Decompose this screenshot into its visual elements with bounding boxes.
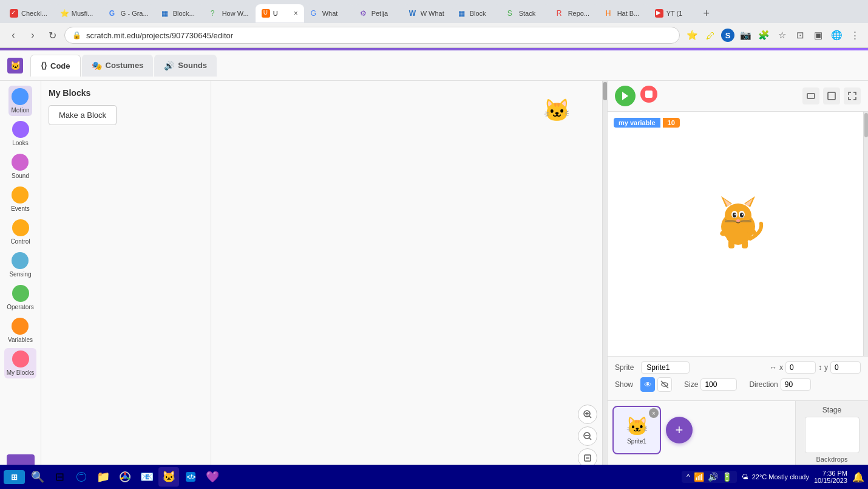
sound-circle [12,154,29,171]
tab-repo[interactable]: R Repo... [551,4,599,22]
sprite-delete-button[interactable]: × [649,408,659,418]
show-label: Show [615,380,633,389]
tab-musfi[interactable]: ⭐ Musfi... [54,4,103,22]
taskbar-vscode-icon[interactable]: </> [180,467,201,487]
stage-scroll-thumb[interactable] [864,113,868,137]
extension-icon[interactable]: 🧩 [756,28,771,43]
sprite-info-bar: Sprite ↔ x ↕ y Show 👁 [608,356,868,400]
add-sprite-button[interactable]: + [666,417,693,443]
toolbar-icons: ⭐ 🖊 S 📷 🧩 ☆ ⊡ ▣ 🌐 ⋮ [685,28,862,43]
x-coordinate-input[interactable] [785,361,816,374]
show-hidden-button[interactable] [657,377,672,392]
looks-label: Looks [12,140,29,146]
forward-button[interactable]: › [25,28,40,43]
sidebar-item-looks[interactable]: Looks [10,118,32,149]
show-visible-button[interactable]: 👁 [640,377,655,392]
tab-favicon: ✓ [10,9,18,18]
sidebar-toggle-icon[interactable]: ▣ [811,28,826,43]
tab-label: Block... [173,10,195,17]
code-canvas[interactable]: 🐱 [211,81,607,489]
taskbar-search-icon[interactable]: 🔍 [27,467,48,487]
tab-hatb[interactable]: H Hat B... [600,4,648,22]
taskbar-chrome-icon[interactable] [115,467,135,487]
fullscreen-button[interactable] [844,87,861,104]
tab-google[interactable]: G G - Gra... [103,4,155,22]
stage-scrollbar[interactable] [863,112,868,356]
tab-checklist[interactable]: ✓ Checkl... [4,4,53,22]
tab-favicon: U [262,9,270,18]
sprite-show-row: Show 👁 Size [615,377,861,392]
sidebar-item-sound[interactable]: Sound [9,151,32,182]
zoom-out-button[interactable] [578,426,597,446]
sidebar-item-operators[interactable]: Operators [4,282,36,313]
taskbar-wifi-icon[interactable]: 📶 [694,472,704,482]
normal-stage-button[interactable] [823,87,840,104]
taskbar-volume-icon[interactable]: 🔊 [708,472,718,482]
tab-what2[interactable]: W W What [403,4,452,22]
new-tab-button[interactable]: + [698,5,715,22]
url-text: scratch.mit.edu/projects/907730645/edito… [86,31,233,40]
tab-label: G - Gra... [121,10,149,17]
taskbar-edge-icon[interactable] [71,467,92,487]
screenshot-icon[interactable]: 📷 [738,28,753,43]
sprite1-name-label: Sprite1 [627,438,646,445]
extension-highlighter-icon[interactable]: 🖊 [703,28,717,43]
tab-label: Checkl... [21,10,47,17]
zoom-in-button[interactable] [578,405,597,424]
green-flag-button[interactable] [615,86,636,106]
taskbar-file-icon[interactable]: 📁 [93,467,114,487]
bookmark-star-icon[interactable]: ⭐ [685,28,699,43]
favorites-icon[interactable]: ☆ [775,28,789,43]
tab-how[interactable]: ? How W... [205,4,255,22]
tab-costumes[interactable]: 🎭 Costumes [82,55,154,77]
menu-icon[interactable]: ⋮ [847,28,862,43]
tab-youtube[interactable]: ▶ YT (1 [649,4,697,22]
small-stage-button[interactable] [802,87,819,104]
svg-rect-11 [828,92,835,100]
stage-panel-thumbnail[interactable] [805,417,860,453]
tab-scratch-active[interactable]: U U × [256,4,304,22]
taskbar-battery-icon[interactable]: 🔋 [722,472,732,482]
url-bar[interactable]: 🔒 scratch.mit.edu/projects/907730645/edi… [64,27,680,44]
taskbar-notification-icon[interactable]: 🔔 [852,471,864,483]
taskbar-task-view-icon[interactable]: ⊟ [49,467,70,487]
stop-button[interactable] [640,86,657,103]
profile-s-icon[interactable]: S [721,29,734,42]
tab-code[interactable]: ⟨⟩ Code [30,55,81,77]
sidebar-item-motion[interactable]: Motion [8,86,32,116]
tab-stack[interactable]: S Stack [501,4,550,22]
tab-block2[interactable]: ▦ Block [452,4,501,22]
back-button[interactable]: ‹ [6,28,21,43]
canvas-scrollbar[interactable] [602,81,607,474]
taskbar-mail-icon[interactable]: 📧 [137,467,157,487]
canvas-scroll-thumb[interactable] [603,82,607,100]
tab-sounds[interactable]: 🔊 Sounds [154,55,217,77]
sidebar-item-control[interactable]: Control [8,217,32,247]
tab-blockly[interactable]: ▦ Block... [155,4,204,22]
tab-petlja[interactable]: ⚙ Petlja [354,4,402,22]
taskbar-scratch-icon[interactable]: 🐱 [158,467,179,487]
arrow-xy-icon: ↔ [770,363,777,372]
direction-input[interactable] [781,378,811,391]
tab-label: YT (1 [666,10,683,17]
split-view-icon[interactable]: ⊡ [793,28,807,43]
y-coordinate-input[interactable] [830,361,861,374]
sidebar-item-myblocks[interactable]: My Blocks [4,348,37,378]
make-a-block-button[interactable]: Make a Block [49,105,117,125]
sprite1-thumbnail[interactable]: × 🐱 Sprite1 [612,406,661,454]
sidebar-item-events[interactable]: Events [8,184,32,214]
sprite-name-input[interactable] [641,361,690,374]
stage-controls [615,86,657,106]
size-input[interactable] [700,378,737,391]
taskbar-up-arrow-icon[interactable]: ^ [687,473,690,481]
sidebar-item-sensing[interactable]: Sensing [7,250,33,280]
operators-circle [12,285,29,302]
tab-favicon: W [409,9,418,18]
sidebar-item-variables[interactable]: Variables [5,315,35,346]
start-button[interactable]: ⊞ [4,470,25,484]
reload-button[interactable]: ↻ [45,28,59,43]
world-icon[interactable]: 🌐 [829,28,844,43]
taskbar-purple-icon[interactable]: 💜 [202,467,223,487]
tab-what1[interactable]: G What [305,4,353,22]
tab-close-icon[interactable]: × [294,9,298,18]
